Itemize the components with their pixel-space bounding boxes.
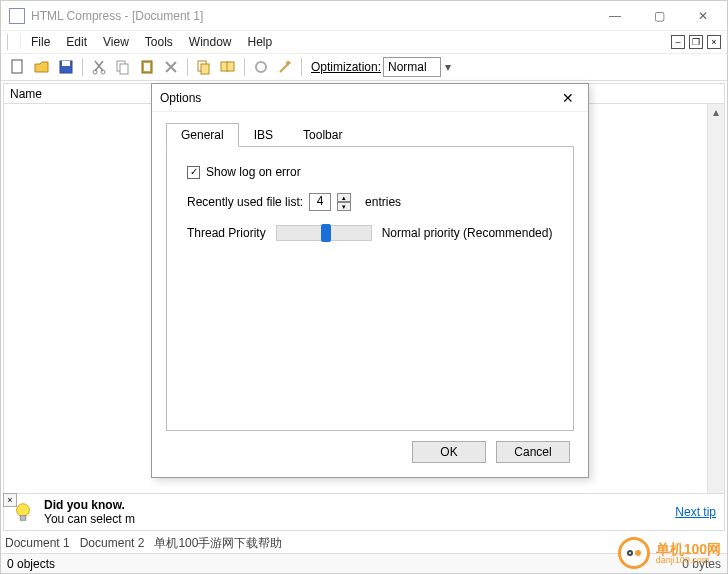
menu-file[interactable]: File: [23, 33, 58, 51]
svg-rect-15: [20, 516, 26, 521]
recent-files-label: Recently used file list:: [187, 195, 303, 209]
dialog-close-button[interactable]: ✕: [556, 86, 580, 110]
optimization-select[interactable]: Normal: [383, 57, 441, 77]
menu-view[interactable]: View: [95, 33, 137, 51]
delete-button[interactable]: [160, 56, 182, 78]
tab-panel-general: ✓ Show log on error Recently used file l…: [166, 147, 574, 431]
vertical-scrollbar[interactable]: ▴ ▾: [707, 104, 724, 508]
menu-grip-icon[interactable]: [7, 34, 21, 50]
copy-all-button[interactable]: [217, 56, 239, 78]
dropdown-caret-icon[interactable]: ▾: [445, 60, 451, 74]
menu-bar: File Edit View Tools Window Help – ❐ ×: [1, 31, 727, 53]
show-log-label: Show log on error: [206, 165, 301, 179]
close-button[interactable]: ✕: [681, 2, 725, 30]
copy-doc-button[interactable]: [193, 56, 215, 78]
show-log-checkbox[interactable]: ✓: [187, 166, 200, 179]
tip-bar: × Did you know. You can select m Next ti…: [3, 493, 725, 531]
title-bar: HTML Compress - [Document 1] — ▢ ✕: [1, 1, 727, 31]
spin-up-button[interactable]: ▴: [337, 193, 351, 202]
thread-priority-slider[interactable]: [276, 225, 372, 241]
tab-toolbar[interactable]: Toolbar: [288, 123, 357, 147]
wand-button[interactable]: [274, 56, 296, 78]
optimization-value: Normal: [388, 60, 427, 74]
status-bar: 0 objects 0 bytes: [1, 553, 727, 573]
copy-button[interactable]: [112, 56, 134, 78]
svg-point-13: [256, 62, 266, 72]
app-icon: [9, 8, 25, 24]
mdi-restore-button[interactable]: ❐: [689, 35, 703, 49]
svg-rect-6: [120, 64, 128, 74]
scroll-up-icon[interactable]: ▴: [709, 104, 724, 119]
cancel-button[interactable]: Cancel: [496, 441, 570, 463]
open-button[interactable]: [31, 56, 53, 78]
tab-document-1[interactable]: Document 1: [5, 536, 70, 550]
toolbar: Optimization: Normal ▾: [1, 53, 727, 81]
tab-ibs[interactable]: IBS: [239, 123, 288, 147]
menu-help[interactable]: Help: [240, 33, 281, 51]
svg-point-14: [17, 504, 30, 517]
new-button[interactable]: [7, 56, 29, 78]
save-button[interactable]: [55, 56, 77, 78]
recent-files-suffix: entries: [365, 195, 401, 209]
dialog-title: Options: [160, 91, 556, 105]
status-bytes: 0 bytes: [682, 557, 721, 571]
window-title: HTML Compress - [Document 1]: [31, 9, 593, 23]
slider-thumb-icon[interactable]: [321, 224, 331, 242]
maximize-button[interactable]: ▢: [637, 2, 681, 30]
ok-button[interactable]: OK: [412, 441, 486, 463]
next-tip-link[interactable]: Next tip: [675, 505, 716, 519]
tab-document-2[interactable]: Document 2: [80, 536, 145, 550]
tip-heading: Did you know.: [44, 498, 135, 512]
paste-button[interactable]: [136, 56, 158, 78]
svg-rect-10: [201, 64, 209, 74]
menu-tools[interactable]: Tools: [137, 33, 181, 51]
document-tabs: Document 1 Document 2 单机100手游网下载帮助: [5, 533, 282, 553]
mdi-minimize-button[interactable]: –: [671, 35, 685, 49]
cut-button[interactable]: [88, 56, 110, 78]
tip-close-button[interactable]: ×: [3, 493, 17, 507]
optimization-label: Optimization:: [311, 60, 381, 74]
svg-rect-8: [144, 63, 150, 71]
thread-priority-label: Thread Priority: [187, 226, 266, 240]
refresh-button[interactable]: [250, 56, 272, 78]
dialog-tabs: General IBS Toolbar: [166, 122, 574, 147]
thread-priority-desc: Normal priority (Recommended): [382, 226, 553, 240]
menu-edit[interactable]: Edit: [58, 33, 95, 51]
recent-files-input[interactable]: 4: [309, 193, 331, 211]
tip-body: You can select m: [44, 512, 135, 526]
tab-general[interactable]: General: [166, 123, 239, 147]
menu-window[interactable]: Window: [181, 33, 240, 51]
svg-rect-0: [12, 60, 22, 73]
svg-rect-12: [227, 62, 234, 71]
tab-document-3[interactable]: 单机100手游网下载帮助: [154, 535, 282, 552]
options-dialog: Options ✕ General IBS Toolbar ✓ Show log…: [151, 83, 589, 478]
mdi-close-button[interactable]: ×: [707, 35, 721, 49]
spin-down-button[interactable]: ▾: [337, 202, 351, 211]
status-objects: 0 objects: [7, 557, 55, 571]
svg-rect-2: [62, 61, 70, 66]
minimize-button[interactable]: —: [593, 2, 637, 30]
